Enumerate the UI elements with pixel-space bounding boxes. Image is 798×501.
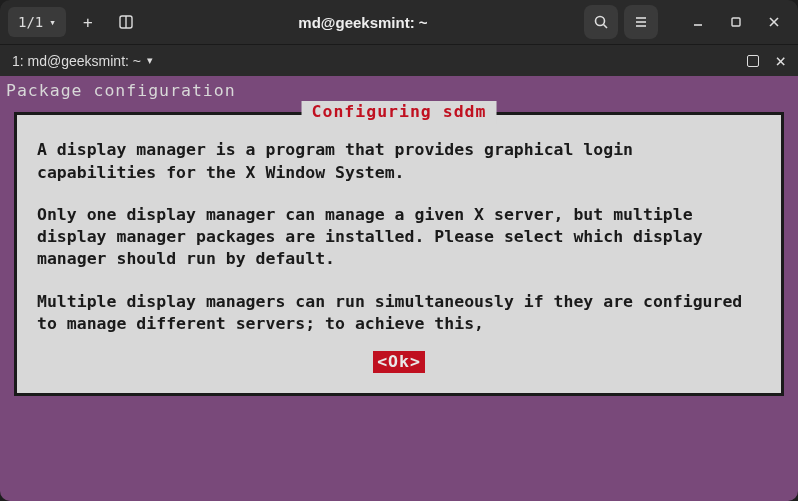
menu-button[interactable] [624,5,658,39]
package-config-header: Package configuration [6,80,794,102]
plus-icon: + [83,13,93,32]
split-button[interactable] [110,7,142,37]
split-icon [118,14,134,30]
dialog-paragraph-2: Only one display manager can manage a gi… [37,204,761,271]
window-titlebar: 1/1 ▾ + md@geeksmint: ~ [0,0,798,44]
search-icon [593,14,609,30]
terminal-tabbar: 1: md@geeksmint: ~ ▾ × [0,44,798,76]
dialog-paragraph-3: Multiple display managers can run simult… [37,291,761,336]
tab-close-button[interactable]: × [775,52,786,70]
tab-counter: 1/1 [18,14,43,30]
svg-rect-8 [732,18,740,26]
hamburger-icon [633,14,649,30]
terminal-viewport: Package configuration Configuring sddm A… [0,76,798,501]
new-tab-button[interactable]: + [72,7,104,37]
maximize-button[interactable] [720,7,752,37]
config-dialog: Configuring sddm A display manager is a … [14,112,784,396]
maximize-icon [729,15,743,29]
search-button[interactable] [584,5,618,39]
dialog-paragraph-1: A display manager is a program that prov… [37,139,761,184]
tab-title: 1: md@geeksmint: ~ [12,53,141,69]
minimize-button[interactable] [682,7,714,37]
pane-maximize-icon[interactable] [747,55,759,67]
chevron-down-icon: ▾ [49,16,56,29]
minimize-icon [691,15,705,29]
tab-counter-group[interactable]: 1/1 ▾ [8,7,66,37]
terminal-tab[interactable]: 1: md@geeksmint: ~ ▾ [12,53,153,69]
chevron-down-icon: ▾ [147,54,153,67]
dialog-title: Configuring sddm [302,101,497,123]
close-icon [767,15,781,29]
svg-point-2 [596,17,605,26]
svg-line-3 [604,25,608,29]
window-title: md@geeksmint: ~ [298,14,427,31]
close-button[interactable] [758,7,790,37]
ok-button[interactable]: <Ok> [373,351,425,373]
